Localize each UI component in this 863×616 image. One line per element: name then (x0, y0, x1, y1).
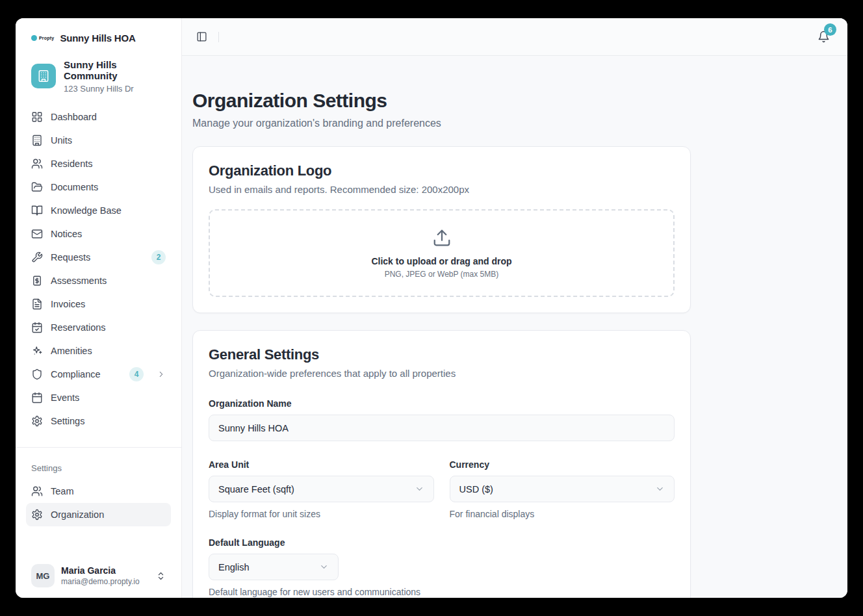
panel-left-icon (196, 31, 207, 42)
logo-card-subtitle: Used in emails and reports. Recommended … (209, 184, 675, 195)
user-email: maria@demo.propty.io (61, 577, 140, 586)
dropzone-title: Click to upload or drag and drop (371, 256, 511, 266)
sidebar-item-label: Organization (51, 509, 104, 520)
sidebar-item-notices[interactable]: Notices (26, 222, 171, 246)
notification-count-badge: 6 (824, 23, 836, 36)
mail-icon (31, 228, 43, 240)
sidebar-item-label: Units (51, 135, 72, 146)
sidebar-item-label: Residents (51, 159, 92, 169)
calendar-check-icon (31, 322, 43, 333)
sidebar-item-amenities[interactable]: Amenities (26, 339, 171, 363)
topbar: 6 (182, 18, 847, 56)
settings-page: Organization Settings Manage your organi… (192, 90, 691, 598)
sidebar-item-requests[interactable]: Requests 2 (26, 246, 171, 269)
general-card-title: General Settings (209, 346, 675, 363)
main-area: 6 Organization Settings Manage your orga… (182, 18, 847, 598)
currency-label: Currency (450, 459, 675, 470)
sidebar-item-label: Dashboard (51, 112, 97, 122)
chevron-down-icon (319, 562, 329, 572)
currency-select[interactable]: USD ($) (450, 476, 675, 502)
sidebar-spacer (26, 526, 171, 561)
sidebar-item-residents[interactable]: Residents (26, 152, 171, 175)
organization-title: Sunny Hills HOA (60, 32, 135, 44)
upload-icon (432, 228, 452, 248)
language-select[interactable]: English (209, 554, 339, 580)
sidebar-item-label: Documents (51, 182, 98, 192)
general-card-subtitle: Organization-wide preferences that apply… (209, 368, 675, 379)
sidebar-item-knowledge-base[interactable]: Knowledge Base (26, 199, 171, 222)
user-name: Maria Garcia (61, 565, 140, 576)
sidebar-item-units[interactable]: Units (26, 129, 171, 152)
area-unit-help: Display format for unit sizes (209, 509, 434, 519)
file-text-icon (31, 298, 43, 310)
sidebar-item-assessments[interactable]: Assessments (26, 269, 171, 292)
area-unit-select[interactable]: Square Feet (sqft) (209, 476, 434, 502)
sidebar-item-label: Compliance (51, 369, 101, 379)
organization-logo-card: Organization Logo Used in emails and rep… (192, 146, 691, 313)
sidebar-item-organization[interactable]: Organization (26, 503, 171, 526)
general-settings-card: General Settings Organization-wide prefe… (192, 330, 691, 598)
compliance-count-badge: 4 (129, 367, 144, 381)
user-menu[interactable]: MG Maria Garcia maria@demo.propty.io (26, 560, 171, 589)
sidebar-item-dashboard[interactable]: Dashboard (26, 105, 171, 129)
sidebar-item-label: Invoices (51, 299, 85, 309)
sidebar-item-reservations[interactable]: Reservations (26, 316, 171, 339)
sidebar-item-team[interactable]: Team (26, 480, 171, 503)
page-title: Organization Settings (192, 90, 691, 112)
community-switcher[interactable]: Sunny Hills Community 123 Sunny Hills Dr (26, 59, 171, 94)
area-unit-label: Area Unit (209, 459, 434, 470)
language-field: Default Language English Default languag… (209, 537, 675, 597)
wrench-icon (31, 251, 43, 263)
dollar-receipt-icon (31, 275, 43, 287)
dropzone-hint: PNG, JPEG or WebP (max 5MB) (385, 270, 499, 279)
dashboard-grid-icon (31, 111, 43, 123)
sidebar-item-label: Settings (51, 416, 84, 426)
chevron-down-icon (655, 484, 665, 494)
chevron-down-icon (415, 484, 424, 494)
sidebar-item-settings[interactable]: Settings (26, 409, 171, 433)
community-avatar (31, 64, 56, 88)
book-open-icon (31, 205, 43, 216)
shield-icon (31, 368, 43, 380)
logo-upload-dropzone[interactable]: Click to upload or drag and drop PNG, JP… (209, 209, 675, 297)
building-icon (31, 135, 43, 146)
sidebar-item-invoices[interactable]: Invoices (26, 292, 171, 316)
currency-help: For financial displays (450, 509, 675, 519)
propty-logo: Propty (31, 35, 54, 41)
organization-name-label: Organization Name (209, 398, 675, 409)
sidebar-item-label: Team (51, 486, 73, 496)
language-label: Default Language (209, 537, 675, 548)
gear-icon (31, 415, 43, 427)
topbar-divider (218, 32, 219, 42)
propty-logo-text: Propty (39, 36, 54, 40)
language-help: Default language for new users and commu… (209, 587, 675, 597)
logo-card-title: Organization Logo (209, 162, 675, 179)
user-avatar: MG (31, 564, 55, 587)
currency-value: USD ($) (459, 484, 493, 494)
sidebar-toggle-button[interactable] (192, 28, 211, 46)
sidebar-item-events[interactable]: Events (26, 386, 171, 409)
chevron-right-icon (157, 370, 166, 379)
notifications-button[interactable]: 6 (818, 31, 830, 43)
calendar-icon (31, 392, 43, 404)
users-icon (31, 485, 43, 497)
sidebar-item-label: Assessments (51, 276, 107, 286)
sparkles-icon (31, 345, 43, 357)
sidebar-item-compliance[interactable]: Compliance 4 (26, 363, 171, 386)
sidebar: Propty Sunny Hills HOA Sunny Hills Commu… (16, 18, 182, 598)
sidebar-item-label: Amenities (51, 346, 92, 356)
page-subtitle: Manage your organization's branding and … (192, 118, 691, 129)
propty-logo-icon (31, 35, 37, 41)
sidebar-item-label: Knowledge Base (51, 205, 122, 216)
content-scroll-area[interactable]: Organization Settings Manage your organi… (182, 56, 847, 598)
folder-open-icon (31, 181, 43, 193)
users-icon (31, 158, 43, 170)
organization-name-input[interactable] (209, 415, 675, 441)
sidebar-item-label: Reservations (51, 322, 106, 333)
gear-icon (31, 509, 43, 520)
currency-field: Currency USD ($) For financial displays (450, 459, 675, 519)
building-icon (37, 70, 50, 83)
sidebar-item-documents[interactable]: Documents (26, 175, 171, 199)
brand-header: Propty Sunny Hills HOA (26, 29, 171, 44)
sidebar-item-label: Requests (51, 252, 90, 263)
